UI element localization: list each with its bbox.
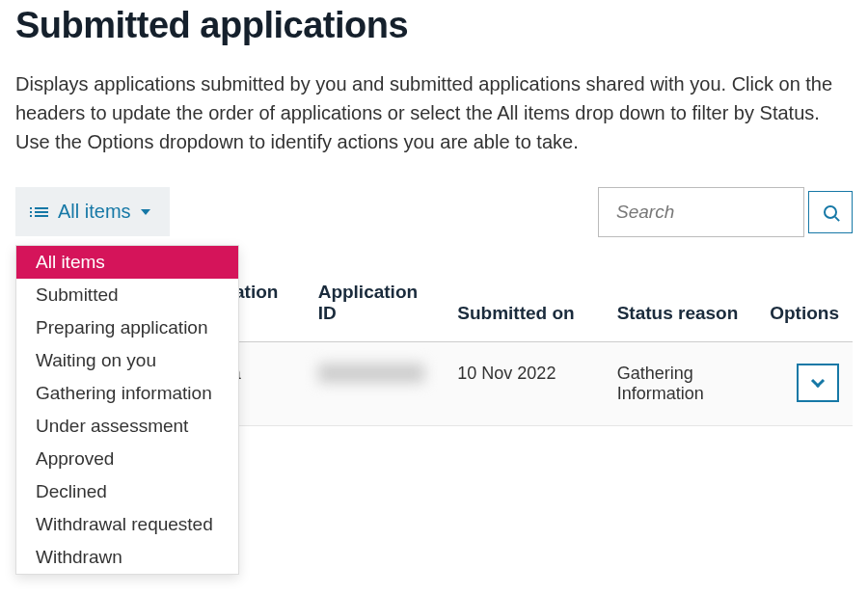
th-submitted-on[interactable]: Submitted on <box>444 264 603 342</box>
th-options: Options <box>753 264 853 342</box>
filter-button[interactable]: All items <box>15 187 170 236</box>
controls-row: All items All items Submitted Preparing … <box>15 187 853 237</box>
filter-option-gathering-information[interactable]: Gathering information <box>16 377 238 410</box>
filter-option-preparing-application[interactable]: Preparing application <box>16 311 238 344</box>
filter-option-submitted[interactable]: Submitted <box>16 279 238 311</box>
row-options-button[interactable] <box>797 364 839 402</box>
filter-button-label: All items <box>58 201 131 223</box>
cell-application-id <box>305 342 445 426</box>
filter-option-waiting-on-you[interactable]: Waiting on you <box>16 344 238 377</box>
cell-status-reason: Gathering Information <box>604 342 753 426</box>
chevron-down-icon <box>811 374 825 388</box>
filter-dropdown-menu: All items Submitted Preparing applicatio… <box>15 245 239 575</box>
cell-submitted-on: 10 Nov 2022 <box>444 342 603 426</box>
filter-dropdown-wrap: All items All items Submitted Preparing … <box>15 187 170 236</box>
th-status-reason[interactable]: Status reason <box>604 264 753 342</box>
th-application-id[interactable]: Application ID <box>305 264 445 342</box>
filter-option-withdrawal-requested[interactable]: Withdrawal requested <box>16 508 238 541</box>
page-title: Submitted applications <box>15 5 853 46</box>
filter-option-all-items[interactable]: All items <box>16 246 238 279</box>
list-icon <box>35 207 48 217</box>
cell-options <box>753 342 853 426</box>
search-input[interactable] <box>598 187 804 237</box>
search-icon <box>824 205 837 219</box>
filter-option-withdrawn[interactable]: Withdrawn <box>16 541 238 574</box>
filter-option-under-assessment[interactable]: Under assessment <box>16 410 238 443</box>
filter-option-approved[interactable]: Approved <box>16 443 238 475</box>
search-button[interactable] <box>808 191 853 233</box>
page-intro: Displays applications submitted by you a… <box>15 69 845 156</box>
caret-down-icon <box>141 209 150 215</box>
filter-option-declined[interactable]: Declined <box>16 475 238 508</box>
search-wrap <box>598 187 853 237</box>
